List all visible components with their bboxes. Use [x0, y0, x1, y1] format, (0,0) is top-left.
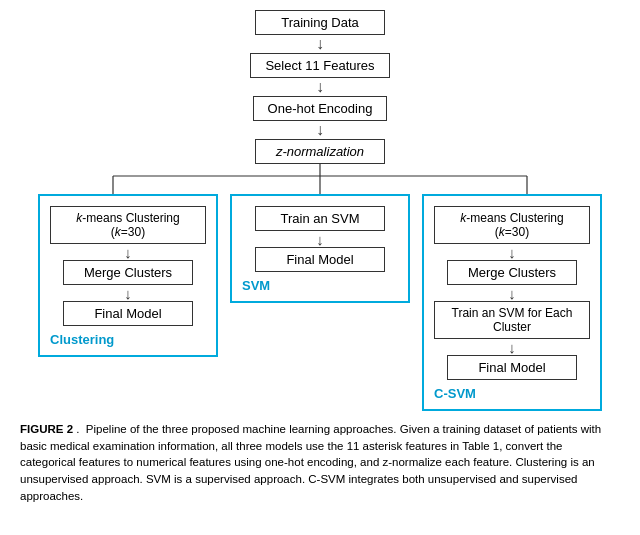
caption-text: Pipeline of the three proposed machine l… — [20, 423, 601, 502]
svm-label: SVM — [242, 278, 398, 293]
top-flow: Training Data ↓ Select 11 Features ↓ One… — [20, 10, 620, 164]
caption-period: . — [76, 423, 86, 435]
panels-row: k-means Clustering (k=30) ↓ Merge Cluste… — [20, 194, 620, 411]
csvm-node-1: k-means Clustering (k=30) — [434, 206, 590, 244]
select-features-node: Select 11 Features — [250, 53, 389, 78]
arrow-1: ↓ — [316, 35, 324, 53]
clustering-node-2: Merge Clusters — [63, 260, 193, 285]
csvm-node-4: Final Model — [447, 355, 577, 380]
csvm-node-2: Merge Clusters — [447, 260, 577, 285]
training-data-node: Training Data — [255, 10, 385, 35]
cs-arrow-3: ↓ — [508, 339, 516, 355]
z-norm-node: z-normalization — [255, 139, 385, 164]
clustering-node-3: Final Model — [63, 301, 193, 326]
csvm-label: C-SVM — [434, 386, 590, 401]
one-hot-node: One-hot Encoding — [253, 96, 388, 121]
svm-node-1: Train an SVM — [255, 206, 385, 231]
csvm-panel: k-means Clustering (k=30) ↓ Merge Cluste… — [422, 194, 602, 411]
s-arrow-1: ↓ — [316, 231, 324, 247]
c-arrow-2: ↓ — [124, 285, 132, 301]
arrow-3: ↓ — [316, 121, 324, 139]
arrow-2: ↓ — [316, 78, 324, 96]
svm-node-2: Final Model — [255, 247, 385, 272]
diagram-container: Training Data ↓ Select 11 Features ↓ One… — [20, 10, 620, 504]
clustering-panel: k-means Clustering (k=30) ↓ Merge Cluste… — [38, 194, 218, 357]
figure-caption: FIGURE 2 . Pipeline of the three propose… — [20, 421, 620, 504]
svm-panel: Train an SVM ↓ Final Model SVM — [230, 194, 410, 303]
csvm-node-3: Train an SVM for Each Cluster — [434, 301, 590, 339]
clustering-label: Clustering — [50, 332, 206, 347]
cs-arrow-1: ↓ — [508, 244, 516, 260]
cs-arrow-2: ↓ — [508, 285, 516, 301]
c-arrow-1: ↓ — [124, 244, 132, 260]
caption-title: FIGURE 2 — [20, 423, 73, 435]
branch-lines-svg — [20, 164, 620, 194]
clustering-node-1: k-means Clustering (k=30) — [50, 206, 206, 244]
